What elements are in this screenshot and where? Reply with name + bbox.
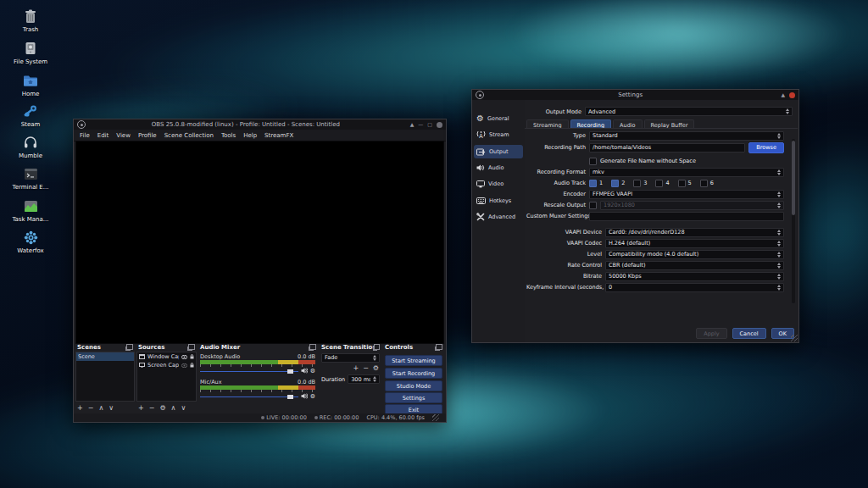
slider-handle[interactable] xyxy=(287,369,293,374)
source-up-button[interactable]: ∧ xyxy=(171,404,176,412)
encoder-select[interactable]: FFMPEG VAAPI xyxy=(589,190,784,199)
studio-mode-button[interactable]: Studio Mode xyxy=(385,380,442,391)
slider-handle[interactable] xyxy=(287,395,293,399)
source-list-item[interactable]: Window Capture xyxy=(137,352,196,361)
resize-grip[interactable] xyxy=(432,414,439,421)
transition-properties-gear-icon[interactable]: ⚙ xyxy=(373,364,379,372)
rescale-output-checkbox[interactable] xyxy=(589,202,597,209)
add-scene-button[interactable]: + xyxy=(77,404,83,412)
desktop-icon-task-manager[interactable]: Task Mana... xyxy=(7,197,54,223)
desktop-icon-file-system[interactable]: File System xyxy=(7,40,54,65)
menu-edit[interactable]: Edit xyxy=(97,132,109,139)
menu-scene-collection[interactable]: Scene Collection xyxy=(164,132,214,139)
start-recording-button[interactable]: Start Recording xyxy=(385,368,442,379)
level-select[interactable]: Compatibility mode (4.0 default) xyxy=(605,250,784,259)
scene-down-button[interactable]: ∨ xyxy=(108,404,114,412)
start-streaming-button[interactable]: Start Streaming xyxy=(385,355,442,366)
cpu-status: CPU: 4.4%, 60.00 fps xyxy=(366,414,425,421)
remove-source-button[interactable]: − xyxy=(149,404,155,412)
output-mode-select[interactable]: Advanced xyxy=(585,107,793,116)
source-list-item[interactable]: Screen Capture ( xyxy=(137,361,196,369)
dock-popout-icon[interactable] xyxy=(309,344,316,350)
desktop-icon-terminal[interactable]: Terminal E... xyxy=(7,165,54,191)
audio-track-4-checkbox[interactable] xyxy=(655,180,663,187)
volume-slider[interactable] xyxy=(200,395,298,399)
type-select[interactable]: Standard xyxy=(589,131,784,141)
channel-settings-gear-icon[interactable]: ⚙ xyxy=(310,368,315,374)
settings-button[interactable]: Settings xyxy=(385,392,442,403)
rescale-output-select[interactable]: 1920x1080 xyxy=(600,201,784,210)
add-transition-button[interactable]: + xyxy=(353,364,359,372)
audio-track-5-checkbox[interactable] xyxy=(678,180,686,187)
audio-track-6-checkbox[interactable] xyxy=(700,180,708,187)
remove-scene-button[interactable]: − xyxy=(88,404,94,412)
menu-file[interactable]: File xyxy=(80,132,90,139)
preview-canvas[interactable] xyxy=(75,141,444,344)
close-button[interactable] xyxy=(437,122,442,128)
scrollbar-thumb[interactable] xyxy=(792,141,795,215)
source-down-button[interactable]: ∨ xyxy=(181,404,186,412)
sidebar-item-stream[interactable]: A Stream xyxy=(474,128,523,141)
custom-muxer-input[interactable] xyxy=(589,212,784,221)
vaapi-codec-select[interactable]: H.264 (default) xyxy=(605,239,784,248)
channel-name: Mic/Aux xyxy=(200,379,222,385)
menu-help[interactable]: Help xyxy=(243,132,257,139)
resize-grip[interactable] xyxy=(791,335,798,341)
source-properties-gear-icon[interactable]: ⚙ xyxy=(159,404,165,412)
recording-path-input[interactable]: /home/tomala/Videos xyxy=(589,143,745,152)
shade-button[interactable]: ▲ xyxy=(781,90,785,100)
desktop-icon-mumble[interactable]: Mumble xyxy=(7,134,54,159)
dock-popout-icon[interactable] xyxy=(126,344,133,350)
cancel-button[interactable]: Cancel xyxy=(732,328,766,339)
scene-up-button[interactable]: ∧ xyxy=(98,404,103,412)
scene-list-item[interactable]: Scene xyxy=(76,352,134,361)
settings-scrollbar[interactable] xyxy=(792,139,795,303)
obs-titlebar[interactable]: OBS 25.0.8-modified (linux) - Profile: U… xyxy=(74,119,446,130)
audio-track-1-checkbox[interactable] xyxy=(589,180,597,187)
menu-profile[interactable]: Profile xyxy=(138,132,157,139)
shade-button[interactable]: ▲ xyxy=(410,119,415,130)
menu-tools[interactable]: Tools xyxy=(221,132,236,139)
audio-track-2-checkbox[interactable] xyxy=(611,180,619,187)
sidebar-item-video[interactable]: Video xyxy=(474,177,523,191)
sidebar-item-hotkeys[interactable]: Hotkeys xyxy=(474,194,523,208)
desktop-icon-home[interactable]: Home xyxy=(7,72,54,97)
speaker-icon[interactable] xyxy=(301,368,308,375)
sidebar-item-general[interactable]: ⚙ General xyxy=(474,112,523,125)
minimize-button[interactable]: — xyxy=(418,119,423,130)
visibility-eye-icon[interactable] xyxy=(181,363,187,368)
duration-spinbox[interactable]: 300 ms xyxy=(348,374,380,384)
sidebar-item-output[interactable]: Output xyxy=(474,145,523,158)
speaker-icon[interactable] xyxy=(301,393,308,401)
visibility-eye-icon[interactable] xyxy=(181,355,187,359)
lock-icon[interactable] xyxy=(190,363,194,368)
settings-titlebar[interactable]: Settings ▲ xyxy=(472,90,798,100)
bitrate-spinbox[interactable]: 50000 Kbps xyxy=(605,272,784,281)
dock-popout-icon[interactable] xyxy=(436,344,442,350)
audio-track-3-checkbox[interactable] xyxy=(633,180,641,187)
channel-settings-gear-icon[interactable]: ⚙ xyxy=(310,393,315,400)
maximize-button[interactable]: ▢ xyxy=(427,119,432,130)
generate-no-space-checkbox[interactable] xyxy=(589,158,597,165)
rate-control-select[interactable]: CBR (default) xyxy=(605,261,784,270)
menu-streamfx[interactable]: StreamFX xyxy=(264,132,293,139)
dock-popout-icon[interactable] xyxy=(374,344,380,350)
apply-button[interactable]: Apply xyxy=(696,328,726,339)
desktop-icon-waterfox[interactable]: Waterfox xyxy=(7,229,54,254)
keyframe-interval-spinbox[interactable]: 0 xyxy=(605,283,784,292)
volume-slider[interactable] xyxy=(200,369,298,374)
lock-icon[interactable] xyxy=(190,354,194,359)
recording-format-select[interactable]: mkv xyxy=(589,168,784,177)
vaapi-device-select[interactable]: Card0: /dev/dri/renderD128 xyxy=(605,228,784,237)
desktop-icon-steam[interactable]: Steam xyxy=(7,103,54,128)
sidebar-item-advanced[interactable]: Advanced xyxy=(474,210,523,224)
remove-transition-button[interactable]: − xyxy=(363,364,369,372)
browse-button[interactable]: Browse xyxy=(748,142,784,153)
dock-popout-icon[interactable] xyxy=(188,344,195,350)
sidebar-item-audio[interactable]: Audio xyxy=(474,161,523,175)
transition-select[interactable]: Fade xyxy=(321,353,380,363)
close-button[interactable] xyxy=(789,92,795,98)
add-source-button[interactable]: + xyxy=(138,404,144,412)
desktop-icon-trash[interactable]: Trash xyxy=(7,8,54,33)
menu-view[interactable]: View xyxy=(116,132,131,139)
